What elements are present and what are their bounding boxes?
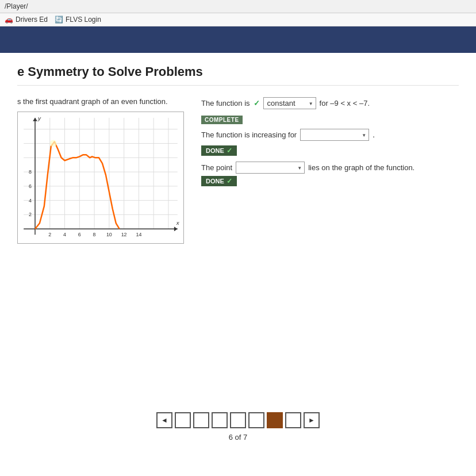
bookmarks-bar: 🚗 Drivers Ed 🔄 FLVS Login bbox=[0, 13, 476, 26]
svg-text:10: 10 bbox=[106, 232, 112, 237]
svg-text:6: 6 bbox=[29, 183, 32, 189]
nav-page-4[interactable] bbox=[230, 412, 246, 428]
svg-text:12: 12 bbox=[121, 232, 127, 237]
nav-page-6[interactable] bbox=[267, 412, 283, 428]
point-row: The point lies on the graph of the funct… bbox=[201, 162, 459, 174]
done-check-icon-2: ✓ bbox=[227, 177, 232, 185]
complete-badge: COMPLETE bbox=[201, 116, 243, 124]
svg-marker-20 bbox=[174, 227, 178, 231]
done-badge-2: DONE ✓ bbox=[201, 176, 237, 186]
svg-text:8: 8 bbox=[93, 232, 96, 237]
left-panel: s the first quadrant graph of an even fu… bbox=[17, 97, 184, 244]
right-panel: The function is ✓ constant increasing de… bbox=[201, 97, 459, 192]
point-dropdown-wrapper bbox=[236, 162, 305, 174]
increasing-row: The function is increasing for . bbox=[201, 129, 459, 141]
point-dropdown[interactable] bbox=[236, 162, 305, 174]
function-row: The function is ✓ constant increasing de… bbox=[201, 97, 459, 109]
graph-container: 2 4 6 8 10 12 14 2 4 6 8 x y bbox=[17, 112, 184, 244]
svg-text:x: x bbox=[176, 220, 180, 226]
nav-buttons: ◄ ► bbox=[156, 412, 320, 428]
bookmark-drivers-ed[interactable]: 🚗 Drivers Ed bbox=[5, 16, 48, 24]
done-badge-1: DONE ✓ bbox=[201, 145, 237, 156]
nav-page-1[interactable] bbox=[175, 412, 191, 428]
increasing-label: The function is increasing for bbox=[201, 130, 297, 139]
svg-text:2: 2 bbox=[48, 232, 51, 237]
nav-page-7[interactable] bbox=[285, 412, 301, 428]
svg-marker-21 bbox=[33, 118, 37, 121]
nav-page-5[interactable] bbox=[248, 412, 264, 428]
svg-text:8: 8 bbox=[29, 169, 32, 175]
top-navigation-bar bbox=[0, 26, 476, 53]
bookmark-label-flvs: FLVS Login bbox=[66, 16, 101, 24]
flvs-icon: 🔄 bbox=[55, 16, 63, 24]
point-label-1: The point bbox=[201, 163, 232, 172]
function-range: for –9 < x < –7. bbox=[320, 99, 370, 108]
done-check-icon-1: ✓ bbox=[227, 147, 232, 155]
prev-button[interactable]: ◄ bbox=[156, 412, 172, 428]
increasing-dropdown[interactable] bbox=[300, 129, 369, 141]
check-icon: ✓ bbox=[254, 99, 260, 108]
svg-text:4: 4 bbox=[63, 232, 66, 237]
bookmark-label-drivers-ed: Drivers Ed bbox=[16, 16, 48, 24]
svg-text:y: y bbox=[37, 115, 41, 121]
svg-point-35 bbox=[50, 140, 57, 147]
main-content: e Symmetry to Solve Problems s the first… bbox=[0, 53, 476, 255]
point-label-2: lies on the graph of the function. bbox=[308, 163, 414, 172]
nav-page-2[interactable] bbox=[193, 412, 209, 428]
svg-text:6: 6 bbox=[78, 232, 81, 237]
function-label: The function is bbox=[201, 99, 250, 108]
content-row: s the first quadrant graph of an even fu… bbox=[17, 97, 459, 244]
svg-text:14: 14 bbox=[136, 232, 141, 237]
bookmark-flvs[interactable]: 🔄 FLVS Login bbox=[55, 16, 101, 24]
done-label-2: DONE bbox=[206, 178, 224, 185]
page-indicator: 6 of 7 bbox=[229, 433, 248, 442]
bottom-navigation: ◄ ► 6 of 7 bbox=[0, 412, 476, 442]
url-bar: /Player/ bbox=[0, 0, 476, 13]
function-dropdown-wrapper: constant increasing decreasing bbox=[263, 97, 316, 109]
period-after-increasing: . bbox=[373, 130, 375, 139]
function-dropdown[interactable]: constant increasing decreasing bbox=[263, 97, 316, 109]
next-button[interactable]: ► bbox=[304, 412, 320, 428]
svg-text:4: 4 bbox=[29, 198, 32, 204]
question-text: s the first quadrant graph of an even fu… bbox=[17, 97, 172, 106]
page-title: e Symmetry to Solve Problems bbox=[17, 64, 459, 86]
svg-text:2: 2 bbox=[29, 212, 32, 217]
drivers-ed-icon: 🚗 bbox=[5, 16, 13, 24]
nav-page-3[interactable] bbox=[212, 412, 228, 428]
done-label-1: DONE bbox=[206, 147, 224, 154]
graph-svg: 2 4 6 8 10 12 14 2 4 6 8 x y bbox=[18, 112, 183, 243]
increasing-dropdown-wrapper bbox=[300, 129, 369, 141]
